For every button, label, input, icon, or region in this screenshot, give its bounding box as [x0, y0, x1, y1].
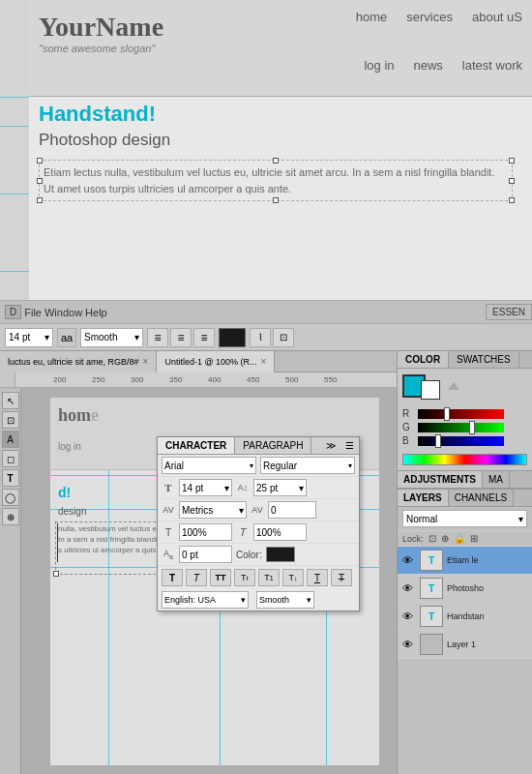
layer-eye-layer1[interactable]: 👁 [402, 639, 416, 650]
warp-button[interactable]: ⌇ [250, 328, 271, 347]
menu-file[interactable]: File [24, 307, 42, 318]
font-family-select[interactable]: Arial ▾ [162, 457, 256, 474]
font-size-input[interactable]: 14 pt ▾ [179, 479, 232, 496]
sel-handle-bl [37, 197, 43, 203]
lock-label: Lock: [402, 534, 424, 544]
menu-help[interactable]: Help [85, 307, 107, 318]
scale-v-input[interactable]: 100% [253, 523, 307, 541]
layer-name-etiam: Etiam le [447, 555, 527, 565]
masks-tab[interactable]: MA [483, 471, 510, 488]
panel-menu-button[interactable]: ☰ [340, 437, 359, 454]
smooth-select[interactable]: Smooth▾ [80, 328, 143, 347]
text-color-swatch[interactable] [219, 328, 246, 347]
nav-login[interactable]: log in [364, 58, 394, 73]
layer-item-layer1[interactable]: 👁 Layer 1 [398, 631, 532, 659]
g-slider[interactable] [418, 423, 504, 432]
layers-tabs: LAYERS CHANNELS [398, 490, 532, 507]
kerning-select[interactable]: Metrics ▾ [179, 501, 247, 519]
fmt-underline[interactable]: T [307, 569, 328, 586]
lock-position-icon[interactable]: ⊕ [441, 533, 449, 544]
g-slider-row: G [402, 422, 527, 432]
tracking-input[interactable]: 0 [268, 501, 316, 519]
blend-mode-select[interactable]: Normal ▾ [402, 510, 527, 527]
language-select[interactable]: English: USA ▾ [162, 591, 249, 609]
tool-shape[interactable]: ◯ [2, 489, 19, 506]
layer-item-handstand[interactable]: 👁 T Handstan [398, 603, 532, 631]
fmt-strikethrough[interactable]: T [331, 569, 352, 586]
canvas-tab-luctus[interactable]: luctus eu, ultricie sit ame, RGB/8# × [0, 351, 157, 372]
character-tab[interactable]: CHARACTER [158, 437, 235, 454]
tool-text[interactable]: T [2, 469, 19, 487]
layer-name-photoshop: Photosho [447, 583, 527, 593]
tab-close-2[interactable]: × [261, 356, 267, 367]
bottom-area: luctus eu, ultricie sit ame, RGB/8# × Un… [0, 351, 532, 774]
channels-tab[interactable]: CHANNELS [449, 490, 514, 506]
sel-handle-tr [509, 158, 515, 164]
fmt-italic[interactable]: T [186, 569, 207, 586]
nav-services[interactable]: services [406, 10, 453, 24]
sel-handle-tm [273, 158, 279, 164]
font-style-select[interactable]: Regular ▾ [260, 457, 355, 474]
align-left-button[interactable]: ≡ [147, 328, 168, 347]
align-right-button[interactable]: ≡ [193, 328, 215, 347]
extra-toolbar-buttons: ⌇ ⊡ [250, 328, 294, 347]
kerning-tracking-row: AV Metrics ▾ AV 0 [158, 499, 359, 521]
adjustments-tab[interactable]: ADJUSTMENTS [398, 471, 483, 488]
paragraph-tab[interactable]: PARAGRAPH [235, 437, 311, 454]
tool-crop[interactable]: ⊡ [2, 411, 19, 429]
nav-about[interactable]: about uS [472, 10, 522, 24]
nav-home[interactable]: home [356, 10, 388, 24]
align-center-button[interactable]: ≡ [170, 328, 192, 347]
heading1: Handstand! [39, 102, 513, 127]
color-tab[interactable]: COLOR [398, 351, 449, 368]
menu-window[interactable]: Window [44, 307, 82, 318]
fmt-subscript[interactable]: T↓ [282, 569, 304, 586]
logo-slogan: "some awesome slogan" [39, 43, 163, 54]
menu-d[interactable]: D [5, 305, 21, 319]
background-swatch[interactable] [421, 380, 440, 400]
spectrum-bar[interactable] [402, 454, 527, 465]
logo: YourName "some awesome slogan" [39, 12, 163, 54]
lock-pixels-icon[interactable]: ⊡ [429, 533, 436, 544]
canvas-content[interactable]: home log in d! design nulla, vestibulum … [21, 388, 397, 774]
nav-latest[interactable]: latest work [462, 58, 522, 73]
panel-options-button[interactable]: ≫ [321, 437, 340, 454]
leading-input[interactable]: 25 pt ▾ [253, 479, 307, 496]
canvas-tab-untitled[interactable]: Untitled-1 @ 100% (R... × [157, 351, 275, 372]
body-text[interactable]: Etiam lectus nulla, vestibulum vel luctu… [39, 160, 513, 201]
r-slider[interactable] [418, 409, 504, 419]
fmt-all-caps[interactable]: TT [210, 569, 231, 586]
font-size-select[interactable]: 14 pt▾ [5, 328, 53, 347]
b-slider[interactable] [418, 436, 504, 446]
layer-eye-handstand[interactable]: 👁 [402, 610, 416, 622]
lock-all-icon[interactable]: 🔒 [454, 533, 465, 544]
layers-tab[interactable]: LAYERS [398, 490, 449, 506]
left-toolbar: ↖ ⊡ A ◻ T ◯ ⊕ [0, 389, 21, 774]
char-color-swatch[interactable] [266, 547, 295, 562]
tool-eraser[interactable]: ◻ [2, 450, 19, 467]
swatches-tab[interactable]: SWATCHES [449, 351, 519, 368]
fmt-superscript[interactable]: T1 [258, 569, 280, 586]
layers-panel: LAYERS CHANNELS Normal ▾ Lock: ⊡ ⊕ 🔒 ⊞ [398, 490, 532, 774]
tool-brush[interactable]: A [2, 431, 19, 448]
color-panel: COLOR SWATCHES R G [398, 351, 532, 471]
fmt-small-caps[interactable]: Tr [234, 569, 255, 586]
baseline-input[interactable]: 0 pt [179, 546, 232, 563]
tool-zoom[interactable]: ⊕ [2, 508, 19, 525]
layer-eye-photoshop[interactable]: 👁 [402, 582, 416, 594]
nav-news[interactable]: news [414, 58, 443, 73]
nav-links-row2: log in news latest work [364, 58, 522, 73]
antialiasing-select[interactable]: Smooth ▾ [256, 591, 314, 609]
adjustments-panel: ADJUSTMENTS MA [398, 471, 532, 490]
layer-item-etiam[interactable]: 👁 T Etiam le [398, 547, 532, 575]
tab-close-1[interactable]: × [143, 356, 149, 367]
transform-button[interactable]: ⊡ [273, 328, 294, 347]
layer-item-photoshop[interactable]: 👁 T Photosho [398, 575, 532, 603]
layer-eye-etiam[interactable]: 👁 [402, 554, 416, 566]
lock-extra-icon[interactable]: ⊞ [470, 533, 478, 544]
scale-h-input[interactable]: 100% [179, 523, 232, 541]
tool-select[interactable]: ↖ [2, 392, 19, 409]
fmt-bold[interactable]: T [162, 569, 183, 586]
layer-thumb-handstand: T [420, 606, 443, 627]
character-panel: CHARACTER PARAGRAPH ≫ ☰ Arial ▾ Regular … [157, 436, 360, 611]
